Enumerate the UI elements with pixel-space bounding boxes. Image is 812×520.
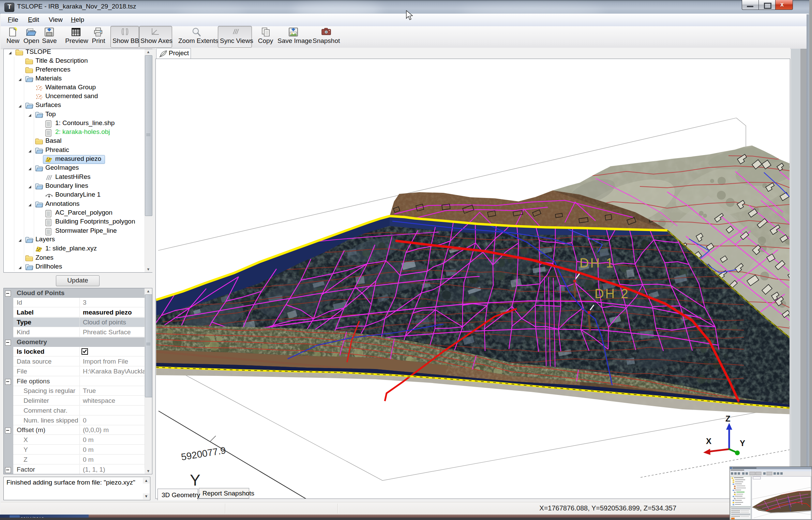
svg-text:X: X (706, 437, 711, 446)
svg-text:Y: Y (190, 471, 200, 489)
svg-text:DH 2: DH 2 (595, 287, 630, 301)
svg-text:Y: Y (740, 439, 745, 448)
svg-text:DH 1: DH 1 (580, 256, 615, 270)
svg-text:Z: Z (725, 414, 731, 423)
